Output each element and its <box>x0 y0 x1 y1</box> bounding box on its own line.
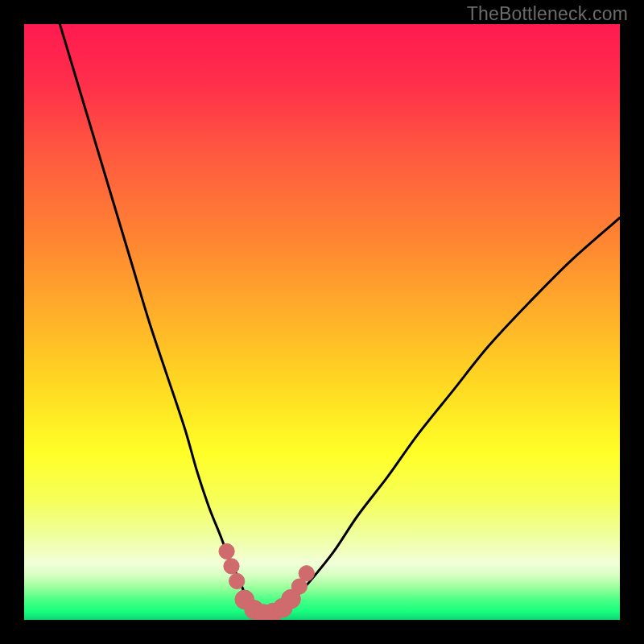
curve-markers <box>219 543 314 620</box>
bottleneck-curve <box>60 24 620 614</box>
curve-marker <box>229 573 245 588</box>
curve-marker <box>224 559 239 574</box>
chart-frame: TheBottleneck.com <box>0 0 644 644</box>
curve-marker <box>299 566 314 581</box>
watermark-text: TheBottleneck.com <box>467 3 628 25</box>
curve-layer <box>24 24 620 620</box>
plot-area <box>24 24 620 620</box>
curve-marker <box>219 543 234 559</box>
